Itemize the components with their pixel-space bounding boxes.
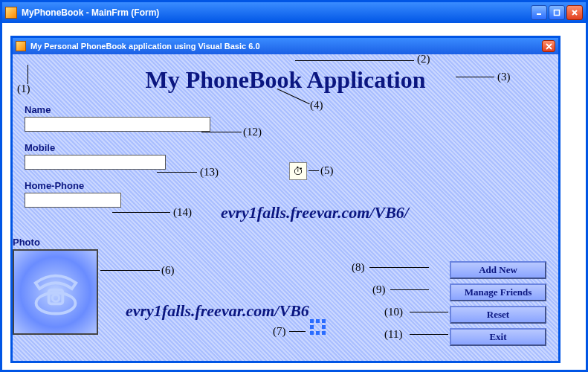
- annotation-10: (10): [384, 306, 403, 318]
- watermark-text-2: evry1falls.freevar.com/VB6: [126, 301, 309, 321]
- close-button[interactable]: [566, 5, 583, 20]
- mobile-field-group: Mobile: [25, 142, 546, 170]
- outer-window: MyPhoneBook - MainFrm (Form) My Personal…: [0, 0, 588, 372]
- watermark-text-1: evry1falls.freevar.com/VB6/: [221, 203, 409, 222]
- outer-titlebar[interactable]: MyPhoneBook - MainFrm (Form): [2, 2, 586, 23]
- timer-control[interactable]: ⏱: [289, 162, 307, 180]
- home-phone-label: Home-Phone: [25, 180, 84, 191]
- annotation-4: (4): [310, 99, 323, 112]
- annotation-11: (11): [384, 328, 402, 341]
- form-title: My Personal PhoneBook application using …: [30, 42, 260, 51]
- home-phone-input[interactable]: [25, 193, 121, 208]
- annotation-13: (13): [200, 166, 219, 179]
- reset-button[interactable]: Reset: [450, 306, 546, 324]
- name-label: Name: [25, 104, 51, 115]
- page-title: My PhoneBook Application: [25, 66, 546, 94]
- exit-button[interactable]: Exit: [450, 328, 546, 346]
- app-icon: [5, 7, 17, 19]
- annotation-5: (5): [320, 164, 334, 177]
- annotation-2: (2): [417, 53, 430, 65]
- mobile-input[interactable]: [25, 155, 166, 170]
- add-new-button[interactable]: Add New: [450, 261, 546, 279]
- mobile-label: Mobile: [25, 142, 55, 153]
- name-field-group: Name: [25, 104, 546, 132]
- telephone-icon: [26, 266, 85, 319]
- photo-field-group: Photo: [13, 237, 113, 335]
- window-buttons: [531, 5, 583, 20]
- clock-icon: ⏱: [293, 165, 303, 177]
- outer-body: My Personal PhoneBook application using …: [4, 25, 584, 368]
- form-body: My PhoneBook Application Name Mobile Hom…: [13, 54, 558, 361]
- form-icon: [16, 41, 26, 51]
- manage-friends-button[interactable]: Manage Friends: [450, 283, 546, 301]
- designer-handles[interactable]: [310, 319, 325, 334]
- annotation-3: (3): [497, 71, 511, 83]
- form-window: My Personal PhoneBook application using …: [10, 36, 560, 363]
- annotation-14: (14): [173, 206, 192, 219]
- outer-title: MyPhoneBook - MainFrm (Form): [22, 7, 159, 18]
- photo-label: Photo: [13, 237, 40, 248]
- button-column: Add New Manage Friends Reset Exit: [450, 261, 546, 346]
- annotation-1: (1): [17, 83, 30, 95]
- minimize-button[interactable]: [531, 5, 547, 20]
- svg-rect-1: [555, 10, 560, 16]
- annotation-9: (9): [372, 283, 386, 296]
- annotation-8: (8): [352, 261, 365, 274]
- annotation-12: (12): [243, 126, 262, 138]
- maximize-button[interactable]: [549, 5, 565, 20]
- photo-image[interactable]: [13, 249, 98, 335]
- form-titlebar[interactable]: My Personal PhoneBook application using …: [13, 38, 558, 54]
- name-input[interactable]: [25, 117, 210, 132]
- annotation-7: (7): [273, 325, 286, 338]
- svg-point-8: [52, 294, 59, 301]
- annotation-6: (6): [161, 264, 175, 277]
- form-close-button[interactable]: [542, 40, 555, 52]
